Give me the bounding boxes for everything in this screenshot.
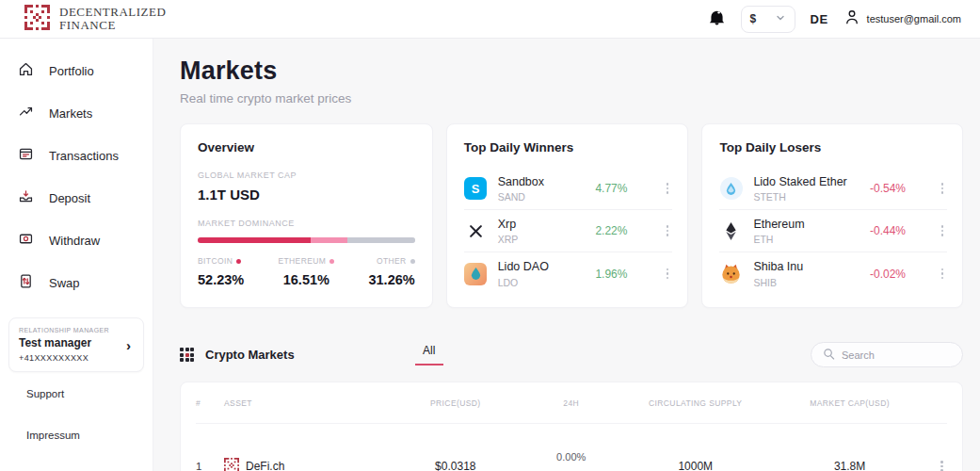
page-title: Markets (180, 57, 963, 86)
kebab-menu-icon[interactable] (938, 179, 948, 198)
tab-all[interactable]: All (415, 344, 443, 365)
notifications-bell-icon[interactable] (708, 8, 726, 30)
app-logo[interactable]: DECENTRALIZED FINANCE (24, 5, 166, 34)
sidebar-item-label: Withdraw (49, 234, 100, 248)
page-subtitle: Real time crypto market prices (180, 91, 963, 106)
global-market-cap-value: 1.1T USD (198, 187, 415, 203)
kebab-menu-icon[interactable] (938, 265, 948, 284)
search-box[interactable] (811, 342, 963, 367)
chevron-down-icon (775, 10, 786, 27)
sidebar-item-markets[interactable]: Markets (0, 94, 153, 132)
loser-row-ethereum[interactable]: EthereumETH -0.44% (719, 210, 947, 252)
user-email: testuser@gmail.com (867, 13, 961, 24)
kebab-menu-icon[interactable] (663, 221, 673, 240)
lido-dao-icon (464, 263, 487, 285)
row-rank: 1 (196, 461, 224, 471)
ethereum-dominance-label: ETHEREUM (278, 256, 334, 266)
ethereum-dominance-value: 16.51% (283, 272, 329, 287)
col-market-cap: MARKET CAP(USD) (777, 398, 923, 408)
bitcoin-dot (236, 259, 241, 264)
logo-pixel-icon (24, 5, 50, 34)
col-asset: ASSET (224, 398, 382, 408)
global-market-cap-label: GLOBAL MARKET CAP (198, 171, 415, 180)
ethereum-dot (329, 259, 334, 264)
row-price: $0.0318 (382, 460, 528, 471)
loser-row-steth[interactable]: Lido Staked EtherSTETH -0.54% (719, 168, 947, 210)
change-value: 2.22% (595, 224, 653, 237)
impressum-link[interactable]: Impressum (0, 420, 153, 450)
change-value: -0.02% (870, 268, 928, 281)
chevron-right-icon: › (123, 337, 134, 353)
change-value: 1.96% (595, 268, 653, 281)
home-icon (18, 61, 34, 80)
other-dot (410, 259, 415, 264)
brand-name: DECENTRALIZED FINANCE (59, 6, 166, 31)
winner-row-lido-dao[interactable]: Lido DAOLDO 1.96% (464, 252, 673, 295)
row-24h-change: 0.00% $0 (528, 451, 614, 471)
defi-ch-icon (224, 458, 239, 471)
sidebar-item-label: Portfolio (49, 64, 94, 78)
bitcoin-dominance-value: 52.23% (198, 272, 244, 287)
other-dominance-label: OTHER (377, 256, 415, 266)
kebab-menu-icon[interactable] (663, 179, 673, 198)
overview-title: Overview (198, 140, 415, 154)
change-value: 4.77% (595, 182, 653, 195)
topbar: DECENTRALIZED FINANCE $ DE testu (0, 0, 980, 39)
bitcoin-segment (198, 237, 311, 243)
sidebar-item-swap[interactable]: Swap (0, 264, 153, 301)
winners-title: Top Daily Winners (464, 140, 673, 154)
shiba-inu-icon (719, 262, 743, 285)
manager-name: Test manager (19, 336, 123, 349)
currency-value: $ (750, 12, 757, 25)
main-content: Markets Real time crypto market prices O… (153, 39, 980, 471)
col-supply: CIRCULATING SUPPLY (614, 398, 777, 408)
crypto-markets-table: # ASSET PRICE(USD) 24H CIRCULATING SUPPL… (180, 382, 963, 471)
currency-dropdown[interactable]: $ (741, 6, 795, 33)
col-rank: # (196, 398, 224, 408)
other-segment (347, 237, 415, 243)
loser-row-shiba[interactable]: Shiba InuSHIB -0.02% (719, 252, 947, 295)
xrp-icon (464, 219, 488, 243)
sidebar-item-deposit[interactable]: Deposit (0, 179, 153, 217)
manager-phone: +41XXXXXXXXX (19, 353, 123, 363)
overview-card: Overview GLOBAL MARKET CAP 1.1T USD MARK… (180, 123, 433, 308)
col-change: 24H (528, 398, 614, 408)
ethereum-icon (719, 219, 743, 243)
ethereum-segment (311, 237, 346, 243)
change-value: -0.44% (870, 224, 928, 237)
sidebar-item-withdraw[interactable]: Withdraw (0, 221, 153, 259)
transactions-list-icon (18, 146, 34, 165)
winner-row-sandbox[interactable]: S SandboxSAND 4.77% (464, 168, 673, 210)
kebab-menu-icon[interactable] (663, 265, 673, 284)
row-asset-name: DeFi.ch (246, 460, 284, 471)
support-link[interactable]: Support (0, 379, 153, 409)
table-row[interactable]: 1 (196, 424, 947, 471)
market-dominance-label: MARKET DOMINANCE (198, 219, 415, 228)
withdraw-icon (18, 231, 34, 250)
sidebar-item-portfolio[interactable]: Portfolio (0, 52, 153, 89)
swap-icon (18, 273, 34, 292)
kebab-menu-icon[interactable] (937, 457, 947, 471)
kebab-menu-icon[interactable] (938, 221, 948, 240)
crypto-markets-header: Crypto Markets All (180, 342, 963, 367)
sandbox-icon: S (464, 177, 487, 200)
search-input[interactable] (842, 349, 951, 361)
sidebar-item-label: Transactions (49, 149, 119, 163)
manager-label: RELATIONSHIP MANAGER (19, 327, 123, 333)
top-daily-winners-card: Top Daily Winners S SandboxSAND 4.77% Xr… (446, 123, 689, 308)
sidebar: Portfolio Markets Transactions (0, 39, 153, 471)
sidebar-item-transactions[interactable]: Transactions (0, 137, 153, 174)
table-header-row: # ASSET PRICE(USD) 24H CIRCULATING SUPPL… (196, 382, 947, 424)
deposit-icon (18, 188, 34, 207)
change-value: -0.54% (870, 182, 928, 195)
language-switcher[interactable]: DE (811, 12, 828, 26)
crypto-markets-title: Crypto Markets (205, 348, 295, 362)
trending-up-icon (18, 104, 34, 122)
relationship-manager-card[interactable]: RELATIONSHIP MANAGER Test manager +41XXX… (8, 317, 144, 372)
market-dominance-bar (198, 237, 415, 243)
winner-row-xrp[interactable]: XrpXRP 2.22% (464, 210, 673, 252)
search-icon (823, 347, 835, 364)
top-daily-losers-card: Top Daily Losers Lido Staked EtherSTETH … (701, 123, 963, 308)
account-menu[interactable]: testuser@gmail.com (843, 8, 961, 29)
col-price: PRICE(USD) (382, 398, 528, 408)
